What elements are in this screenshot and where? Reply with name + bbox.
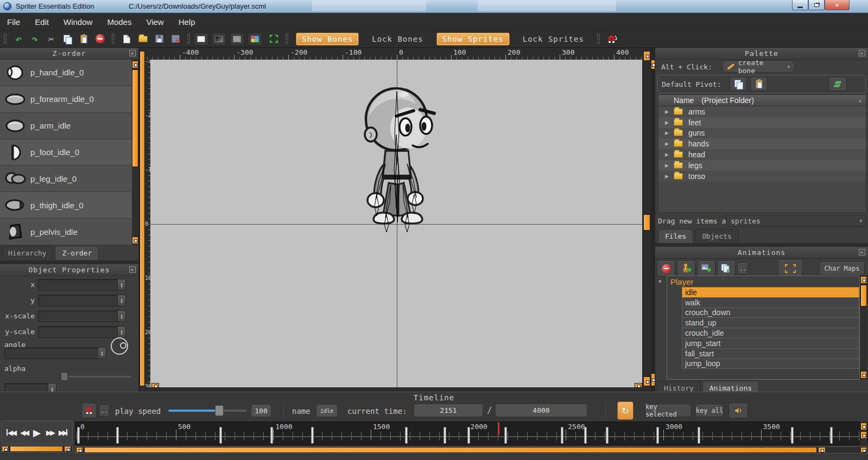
timeline-zoom-out-button[interactable] xyxy=(860,431,867,439)
menu-file[interactable]: File xyxy=(7,17,20,27)
play-speed-handle[interactable] xyxy=(215,405,224,416)
timeline-more-button[interactable]: .. xyxy=(99,405,110,417)
y-scale-input[interactable]: ▲▼ xyxy=(38,326,126,338)
animations-scroll-down-button[interactable] xyxy=(860,371,867,379)
keyframe-marker[interactable] xyxy=(311,427,314,444)
animation-item-walk[interactable]: walk xyxy=(682,297,859,308)
delete-animation-button[interactable] xyxy=(657,260,675,277)
menu-modes[interactable]: Modes xyxy=(107,17,131,27)
drag-new-items-dropdown[interactable]: sprites ▼ xyxy=(726,215,866,227)
zorder-item[interactable]: p_pelvis_idle xyxy=(0,219,132,245)
restore-button[interactable] xyxy=(808,0,825,10)
canvas-bottomleft-handle[interactable] xyxy=(151,383,159,388)
redo-button[interactable]: ↷ xyxy=(27,32,43,46)
zorder-item[interactable]: p_thigh_idle_0 xyxy=(0,192,132,219)
animations-more-button[interactable]: .. xyxy=(737,263,748,274)
copy-button[interactable] xyxy=(59,32,75,46)
key-selected-button[interactable]: key selected xyxy=(645,404,692,417)
duplicate-animation-button[interactable] xyxy=(717,260,736,277)
zorder-item[interactable]: p_forearm_idle_0 xyxy=(0,86,132,113)
palette-tab-objects[interactable]: Objects xyxy=(695,229,739,243)
folder-row-arms[interactable]: ▶arms xyxy=(658,106,866,117)
folder-row-feet[interactable]: ▶feet xyxy=(658,117,866,128)
play-speed-value[interactable]: 100 xyxy=(251,404,271,417)
animation-item-jump_start[interactable]: jump_start xyxy=(682,338,859,349)
timeline-scroll-right-button[interactable] xyxy=(818,447,826,453)
keyframe-marker[interactable] xyxy=(405,427,408,444)
panel-divider[interactable] xyxy=(0,260,138,264)
view-colors-button[interactable] xyxy=(248,33,262,46)
new-animation-button[interactable] xyxy=(677,260,695,277)
canvas-scroll-thumb[interactable] xyxy=(643,214,650,231)
close-button[interactable]: ✕ xyxy=(825,0,850,10)
menu-view[interactable]: View xyxy=(146,17,163,27)
previous-frame-button[interactable]: ◀◀ xyxy=(17,424,30,440)
zorder-tab-hierarchy[interactable]: Hierarchy xyxy=(1,246,53,260)
pivot-refresh-button[interactable] xyxy=(828,77,847,91)
panel-divider[interactable] xyxy=(655,243,868,247)
entity-name[interactable]: Player xyxy=(670,277,859,286)
view-white-button[interactable] xyxy=(194,33,208,46)
folder-row-hands[interactable]: ▶hands xyxy=(658,138,866,149)
timeline-scroll-end-button[interactable] xyxy=(860,447,867,453)
paste-button[interactable] xyxy=(75,32,92,46)
greyguy-sprite[interactable] xyxy=(352,82,444,234)
alpha-slider-track[interactable] xyxy=(61,376,131,378)
animation-name-value[interactable]: idle xyxy=(316,404,338,417)
sound-button[interactable] xyxy=(728,403,748,418)
x-spinner[interactable]: ▲▼ xyxy=(117,279,125,290)
y-scale-spinner[interactable]: ▲▼ xyxy=(117,327,125,337)
toolbar-grip[interactable] xyxy=(3,33,7,45)
alpha-slider-handle[interactable] xyxy=(61,372,68,381)
char-maps-button[interactable]: Char Maps xyxy=(819,261,865,276)
x-scale-input[interactable]: ▲▼ xyxy=(38,310,126,322)
cut-button[interactable]: ✂ xyxy=(43,32,59,46)
expand-arrow-icon[interactable]: ▶ xyxy=(665,141,670,146)
entity-expander-icon[interactable]: ▼ xyxy=(658,279,661,284)
zorder-tab-z-order[interactable]: Z-order xyxy=(55,246,99,260)
canvas-scroll-down-button[interactable] xyxy=(643,376,650,386)
expand-arrow-icon[interactable]: ▶ xyxy=(665,130,670,136)
pivot-copy-button[interactable] xyxy=(730,77,747,91)
expand-arrow-icon[interactable]: ▶ xyxy=(665,163,670,168)
canvas-scroll-up-button[interactable] xyxy=(643,51,650,61)
create-bone-dropdown[interactable]: create bone ▼ xyxy=(722,61,795,73)
keyframe-marker[interactable] xyxy=(443,427,446,444)
expand-arrow-icon[interactable]: ▶ xyxy=(665,109,670,114)
pivot-paste-button[interactable] xyxy=(750,77,768,91)
zorder-scroll-up-button[interactable] xyxy=(132,61,138,68)
save-button[interactable] xyxy=(151,32,167,46)
undo-button[interactable]: ↶ xyxy=(10,32,27,46)
next-frame-button[interactable]: ▶▶ xyxy=(43,424,56,440)
new-image-button[interactable] xyxy=(697,260,715,277)
play-button[interactable]: ▶ xyxy=(30,424,43,440)
total-time-value[interactable]: 4000 xyxy=(495,404,587,417)
animations-scroll-up-button[interactable] xyxy=(860,276,867,284)
zorder-item[interactable]: p_leg_idle_0 xyxy=(0,165,132,192)
keyframe-marker[interactable] xyxy=(504,427,507,444)
toolbar-grip[interactable] xyxy=(111,33,115,45)
playback-scroll-thumb[interactable] xyxy=(10,446,63,452)
menu-window[interactable]: Window xyxy=(64,17,92,27)
current-time-value[interactable]: 2151 xyxy=(414,404,483,417)
animation-item-crouch_idle[interactable]: crouch_idle xyxy=(682,328,859,338)
snap-magnet-button[interactable] xyxy=(604,32,620,46)
keyframe-marker[interactable] xyxy=(219,427,222,444)
angle-dial[interactable] xyxy=(111,337,128,355)
toolbar-grip[interactable] xyxy=(285,33,289,45)
palette-close-icon[interactable]: ✕ xyxy=(859,50,865,56)
animation-item-stand_up[interactable]: stand_up xyxy=(682,317,859,328)
folder-row-legs[interactable]: ▶legs xyxy=(658,160,866,171)
angle-input[interactable]: ▲▼ xyxy=(4,347,106,359)
keyframe-marker[interactable] xyxy=(270,427,273,444)
animations-close-icon[interactable]: ✕ xyxy=(859,249,865,255)
animations-scroll-thumb[interactable] xyxy=(860,285,867,306)
go-to-end-button[interactable]: ▶▶ xyxy=(56,424,69,440)
toolbar-grip[interactable] xyxy=(597,33,600,45)
folder-row-guns[interactable]: ▶guns xyxy=(658,128,866,139)
timeline-magnet-button[interactable] xyxy=(81,403,97,418)
animation-item-jump_loop[interactable]: jump_loop xyxy=(682,359,859,369)
right-splitter[interactable] xyxy=(651,48,655,392)
y-spinner[interactable]: ▲▼ xyxy=(117,295,125,306)
minimize-button[interactable] xyxy=(792,0,808,10)
